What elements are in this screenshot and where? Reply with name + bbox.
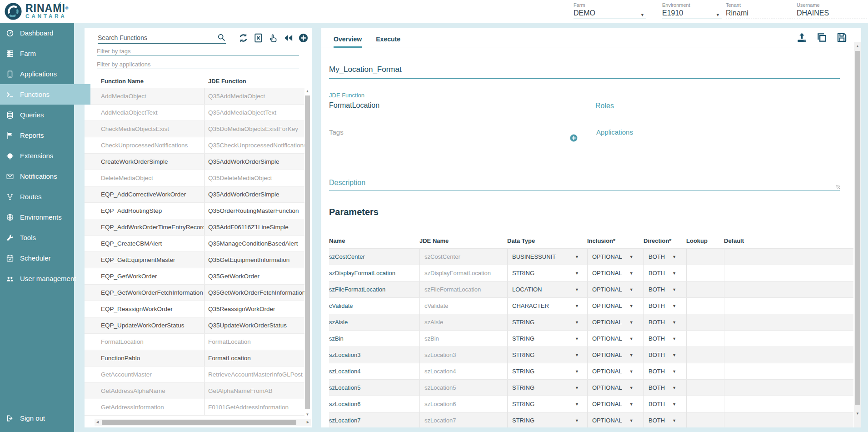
param-name-cell[interactable]: szLocation5 (329, 380, 419, 396)
param-lookup-cell[interactable] (686, 331, 724, 347)
data-type-select[interactable]: LOCATION▼ (507, 281, 587, 297)
param-name-cell[interactable]: szLocation3 (329, 347, 419, 363)
inclusion-select[interactable]: OPTIONAL▼ (587, 314, 644, 330)
search-input[interactable]: Search Functions (98, 31, 226, 44)
vertical-scroll-thumb[interactable] (855, 51, 860, 405)
function-list-row[interactable]: DeleteMediaObjectQ35DeleteMediaObject (85, 170, 304, 186)
direction-select[interactable]: BOTH▼ (644, 347, 686, 363)
username-field[interactable]: UsernameDHAINES (797, 2, 867, 19)
direction-select[interactable]: BOTH▼ (644, 298, 686, 314)
param-name-cell[interactable]: szAisle (329, 314, 419, 330)
inclusion-select[interactable]: OPTIONAL▼ (587, 298, 644, 314)
param-default-cell[interactable] (724, 363, 853, 379)
sidebar-item-dashboard[interactable]: Dashboard (0, 23, 74, 43)
direction-select[interactable]: BOTH▼ (644, 314, 686, 330)
function-list-row[interactable]: GetAccountMasterRetrieveAccountMasterInf… (85, 367, 304, 383)
scroll-up-arrow[interactable]: ▲ (854, 44, 861, 48)
function-list-row[interactable]: EQP_AddCorrectiveWorkOrderQ35AddWorkOrde… (85, 186, 304, 203)
data-type-select[interactable]: CHARACTER▼ (507, 298, 587, 314)
description-field[interactable]: Description (329, 178, 840, 191)
function-name-field[interactable]: My_Location_Format (329, 65, 840, 79)
data-type-select[interactable]: BUSINESSUNIT▼ (507, 249, 587, 265)
param-name-cell[interactable]: szLocation4 (329, 363, 419, 379)
function-list-row[interactable]: AddMediaObjectTextQ35AddMediaObjectText (85, 105, 304, 121)
param-default-cell[interactable] (724, 281, 853, 297)
tab-overview[interactable]: Overview (334, 28, 362, 47)
data-type-select[interactable]: STRING▼ (507, 265, 587, 281)
app-logo[interactable]: RINAMI® ✓ CANTARA (4, 2, 69, 21)
function-list-row[interactable]: GetAddressAlphaNameGetAlphaNameFromAB (85, 383, 304, 399)
param-lookup-cell[interactable] (686, 265, 724, 281)
param-name-cell[interactable]: szDisplayFormatLocation (329, 265, 419, 281)
param-default-cell[interactable] (724, 298, 853, 314)
refresh-button[interactable] (238, 33, 249, 43)
function-list-row[interactable]: CheckUnprocessedNotificationsQ35CheckUnp… (85, 137, 304, 154)
inclusion-select[interactable]: OPTIONAL▼ (587, 412, 644, 427)
jde-function-column-header[interactable]: JDE Function (208, 78, 246, 85)
direction-select[interactable]: BOTH▼ (644, 331, 686, 347)
sidebar-item-tools[interactable]: Tools (0, 227, 74, 248)
sidebar-item-queries[interactable]: Queries (0, 105, 74, 125)
inclusion-select[interactable]: OPTIONAL▼ (587, 281, 644, 297)
sidebar-item-scheduler[interactable]: Scheduler (0, 248, 74, 268)
param-name-cell[interactable]: szBin (329, 331, 419, 347)
scroll-down-arrow[interactable]: ▼ (854, 412, 861, 416)
function-list-row[interactable]: CheckMediaObjectsExistQ35DoMediaObjectsE… (85, 121, 304, 137)
data-type-select[interactable]: STRING▼ (507, 396, 587, 412)
inclusion-select[interactable]: OPTIONAL▼ (587, 265, 644, 281)
direction-select[interactable]: BOTH▼ (644, 249, 686, 265)
direction-select[interactable]: BOTH▼ (644, 281, 686, 297)
sidebar-item-routes[interactable]: Routes (0, 186, 74, 207)
tags-field[interactable]: Tags (329, 126, 578, 148)
scroll-left-arrow[interactable]: ◄ (95, 420, 100, 424)
inclusion-select[interactable]: OPTIONAL▼ (587, 396, 644, 412)
detail-vertical-scrollbar[interactable]: ▲ ▼ (854, 42, 861, 427)
function-list-row[interactable]: CreateWorkOrderSimpleQ35AddWorkOrderSimp… (85, 154, 304, 170)
function-list-vertical-scrollbar[interactable]: ▲ ▼ (304, 88, 310, 417)
tab-execute[interactable]: Execute (376, 28, 400, 47)
data-type-select[interactable]: STRING▼ (507, 314, 587, 330)
function-list-row[interactable]: EQP_ReassignWorkOrderQ35ReassignWorkOrde… (85, 301, 304, 317)
sidebar-item-user-management[interactable]: User management (0, 268, 74, 289)
inclusion-select[interactable]: OPTIONAL▼ (587, 363, 644, 379)
add-button[interactable] (298, 33, 309, 43)
param-lookup-cell[interactable] (686, 412, 724, 427)
sidebar-item-notifications[interactable]: Notifications (0, 166, 74, 186)
farm-field[interactable]: FarmDEMO▼ (574, 2, 646, 19)
sidebar-item-farm[interactable]: Farm (0, 43, 74, 64)
data-type-select[interactable]: STRING▼ (507, 331, 587, 347)
function-list-row[interactable]: EQP_AddWorkOrderTimeEntryRecordQ35AddF06… (85, 219, 304, 236)
param-lookup-cell[interactable] (686, 363, 724, 379)
scroll-down-arrow[interactable]: ▼ (304, 412, 310, 417)
copy-button[interactable] (816, 32, 828, 43)
param-default-cell[interactable] (724, 412, 853, 427)
scroll-up-arrow[interactable]: ▲ (304, 89, 310, 93)
direction-select[interactable]: BOTH▼ (644, 265, 686, 281)
data-type-select[interactable]: STRING▼ (507, 380, 587, 396)
param-lookup-cell[interactable] (686, 281, 724, 297)
param-name-cell[interactable]: cValidate (329, 298, 419, 314)
resize-handle[interactable] (836, 185, 840, 189)
filter-by-applications-input[interactable]: Filter by applications (97, 59, 299, 69)
function-list-row[interactable]: EQP_UpdateWorkOrderStatusQ35UpdateWorkOr… (85, 317, 304, 334)
sidebar-item-functions[interactable]: Functions (0, 84, 90, 105)
filter-by-tags-input[interactable]: Filter by tags (97, 46, 299, 56)
environment-field[interactable]: EnvironmentE1910▼ (662, 2, 722, 19)
param-lookup-cell[interactable] (686, 249, 724, 265)
function-list-row[interactable]: EQP_GetEquipmentMasterQ35GetEquipmentInf… (85, 252, 304, 268)
function-list-row[interactable]: EQP_CreateCBMAlertQ35ManageConditionBase… (85, 236, 304, 252)
param-default-cell[interactable] (724, 380, 853, 396)
param-default-cell[interactable] (724, 331, 853, 347)
inclusion-select[interactable]: OPTIONAL▼ (587, 249, 644, 265)
param-lookup-cell[interactable] (686, 380, 724, 396)
jde-function-field[interactable]: JDE Function FormatLocation (329, 92, 575, 113)
upload-button[interactable] (796, 32, 808, 43)
data-type-select[interactable]: STRING▼ (507, 412, 587, 427)
function-list-row[interactable]: GetAddressInformationF0101GetAddressInfo… (85, 399, 304, 416)
param-lookup-cell[interactable] (686, 314, 724, 330)
save-button[interactable] (836, 32, 848, 43)
param-lookup-cell[interactable] (686, 298, 724, 314)
roles-field[interactable]: Roles (595, 101, 840, 113)
hand-button[interactable] (268, 33, 279, 43)
param-name-cell[interactable]: szLocation6 (329, 396, 419, 412)
